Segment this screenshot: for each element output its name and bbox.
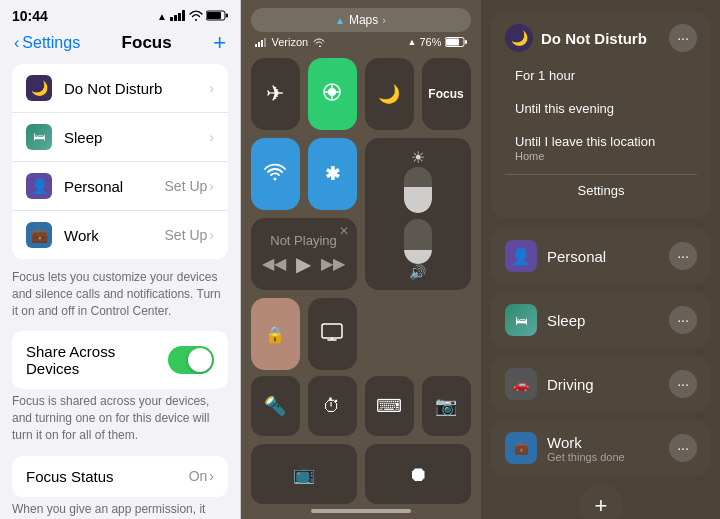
p3-sleep-info: Sleep [547, 312, 585, 329]
p2-right-status: ▲ 76% [408, 36, 467, 48]
next-button[interactable]: ▶▶ [321, 254, 345, 273]
focus-item-sleep[interactable]: 🛏 Sleep › [12, 113, 228, 162]
do-not-disturb-panel: 🌙 Do Not Disturb ··· For 1 hour Until th… [481, 0, 720, 519]
personal-setup: Set Up [165, 178, 208, 194]
p3-sleep-item[interactable]: 🛏 Sleep ··· [491, 292, 711, 348]
svg-rect-10 [264, 38, 266, 47]
p2-carrier: Verizon [255, 36, 326, 48]
svg-rect-6 [226, 13, 228, 17]
play-button[interactable]: ▶ [296, 252, 311, 276]
focus-item-personal[interactable]: 👤 Personal Set Up › [12, 162, 228, 211]
p3-work-more[interactable]: ··· [669, 434, 697, 462]
svg-rect-2 [178, 13, 181, 21]
dnd-location-label: Until I leave this location [515, 134, 687, 149]
timer-icon: ⏱ [323, 396, 341, 417]
dnd-label: Do Not Disturb [64, 80, 207, 97]
bluetooth-button[interactable]: ✱ [308, 138, 357, 210]
airplane-icon: ✈ [266, 81, 284, 107]
dnd-title-area: 🌙 Do Not Disturb [505, 24, 647, 52]
dnd-option-evening[interactable]: Until this evening [505, 93, 697, 124]
p3-personal-item[interactable]: 👤 Personal ··· [491, 228, 711, 284]
airplane-mode-button[interactable]: ✈ [251, 58, 300, 130]
work-chevron: › [209, 227, 214, 243]
svg-rect-12 [446, 39, 459, 46]
timer-button[interactable]: ⏱ [308, 376, 357, 436]
p3-work-item[interactable]: 💼 Work Get things done ··· [491, 420, 711, 476]
focus-moon-button[interactable]: 🌙 [365, 58, 414, 130]
p3-personal-left: 👤 Personal [505, 240, 606, 272]
p3-work-icon: 💼 [505, 432, 537, 464]
p2-right-col: 🌙 Focus ☀ 🔊 [365, 58, 471, 370]
carrier-name: Verizon [272, 36, 309, 48]
portrait-lock-button[interactable]: 🔒 [251, 298, 300, 370]
record-icon: ⏺ [408, 463, 428, 486]
screen-mirror-button[interactable] [308, 298, 357, 370]
prev-button[interactable]: ◀◀ [262, 254, 286, 273]
screen-record-button[interactable]: ⏺ [365, 444, 471, 504]
now-playing-close[interactable]: ✕ [339, 224, 349, 238]
focus-item-work[interactable]: 💼 Work Set Up › [12, 211, 228, 259]
p3-work-left: 💼 Work Get things done [505, 432, 625, 464]
camera-icon: 📷 [435, 395, 457, 417]
add-button[interactable]: + [213, 30, 226, 56]
focus-status-row[interactable]: Focus Status On › [12, 456, 228, 497]
dnd-moon-icon: 🌙 [505, 24, 533, 52]
focus-description: Focus lets you customize your devices an… [12, 269, 228, 319]
p3-sleep-more[interactable]: ··· [669, 306, 697, 334]
personal-label: Personal [64, 178, 165, 195]
svg-rect-21 [322, 324, 342, 338]
p3-driving-more[interactable]: ··· [669, 370, 697, 398]
personal-chevron: › [209, 178, 214, 194]
focus-item-dnd[interactable]: 🌙 Do Not Disturb › [12, 64, 228, 113]
wifi-icon [189, 10, 203, 23]
focus-status-text: On [189, 468, 208, 484]
wifi-button[interactable] [251, 138, 300, 210]
p3-driving-left: 🚗 Driving [505, 368, 594, 400]
status-time: 10:44 [12, 8, 48, 24]
bluetooth-icon: ✱ [325, 163, 340, 185]
new-focus-button[interactable]: + [579, 484, 623, 519]
share-across-devices-label: Share Across Devices [26, 343, 168, 377]
dnd-option-location[interactable]: Until I leave this location Home [505, 126, 697, 170]
now-playing-widget[interactable]: ✕ Not Playing ◀◀ ▶ ▶▶ [251, 218, 357, 290]
back-button[interactable]: ‹ Settings [14, 34, 80, 52]
brightness-icon: ☀ [411, 148, 425, 167]
work-setup: Set Up [165, 227, 208, 243]
mirror-icon [321, 321, 343, 347]
dnd-chevron: › [209, 80, 214, 96]
maps-bar[interactable]: ▲ Maps › [251, 8, 471, 32]
share-across-devices-row[interactable]: Share Across Devices [12, 331, 228, 389]
calculator-button[interactable]: ⌨ [365, 376, 414, 436]
lock-rotation-icon: 🔒 [265, 325, 285, 344]
flashlight-button[interactable]: 🔦 [251, 376, 300, 436]
dnd-location-sub: Home [515, 150, 687, 162]
work-icon: 💼 [26, 222, 52, 248]
now-playing-label: Not Playing [270, 233, 336, 248]
dnd-more-button[interactable]: ··· [669, 24, 697, 52]
p3-work-sub: Get things done [547, 451, 625, 463]
location-icon: ▲ [157, 11, 167, 22]
p3-work-info: Work Get things done [547, 434, 625, 463]
svg-rect-9 [261, 40, 263, 47]
p3-personal-info: Personal [547, 248, 606, 265]
svg-point-20 [274, 178, 277, 181]
brightness-volume-slider[interactable]: ☀ 🔊 [365, 138, 471, 290]
remote-button[interactable]: 📺 [251, 444, 357, 504]
svg-rect-5 [207, 12, 221, 19]
dnd-option-1hour[interactable]: For 1 hour [505, 60, 697, 91]
dnd-settings-button[interactable]: Settings [505, 174, 697, 206]
share-toggle[interactable] [168, 346, 214, 374]
dnd-1hour-label: For 1 hour [515, 68, 575, 83]
svg-rect-0 [170, 17, 173, 21]
cellular-data-button[interactable] [308, 58, 357, 130]
status-icons: ▲ [157, 10, 228, 23]
focus-text-button[interactable]: Focus [422, 58, 471, 130]
p3-driving-item[interactable]: 🚗 Driving ··· [491, 356, 711, 412]
svg-rect-3 [182, 10, 185, 21]
volume-track[interactable] [404, 219, 432, 265]
volume-icon: 🔊 [409, 264, 426, 280]
camera-button[interactable]: 📷 [422, 376, 471, 436]
brightness-track[interactable] [404, 167, 432, 213]
personal-icon: 👤 [26, 173, 52, 199]
p3-personal-more[interactable]: ··· [669, 242, 697, 270]
